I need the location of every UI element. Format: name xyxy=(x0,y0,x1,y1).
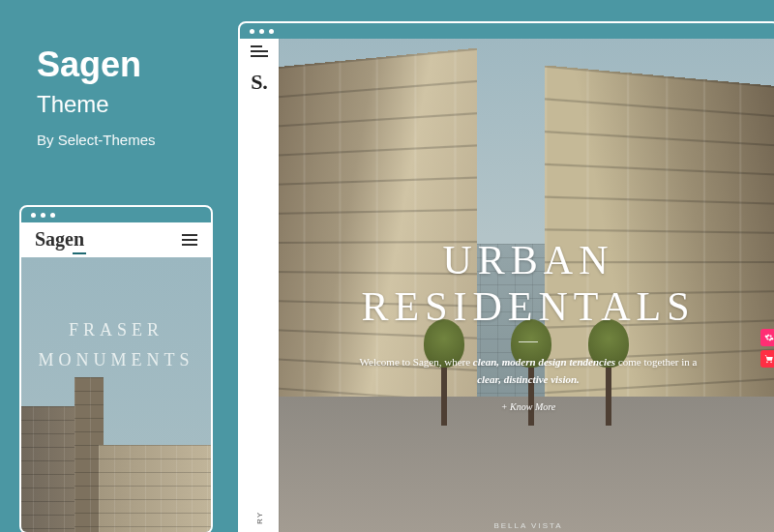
hero-content: URBAN RESIDENTALS Welcome to Sagen, wher… xyxy=(279,237,774,412)
window-dot xyxy=(50,213,55,218)
mobile-preview-frame: Sagen FRASER MONUMENTS xyxy=(19,205,213,532)
desktop-hero: URBAN RESIDENTALS Welcome to Sagen, wher… xyxy=(279,39,774,532)
hero-sub-em1: clean, modern design tendencies xyxy=(473,356,615,368)
hero-title: URBAN RESIDENTALS xyxy=(279,237,774,330)
mobile-window-chrome xyxy=(21,207,211,222)
mobile-brand-logo[interactable]: Sagen xyxy=(35,228,84,251)
nav-item-center[interactable]: BELLA VISTA xyxy=(493,521,562,530)
know-more-link[interactable]: + Know More xyxy=(279,401,774,412)
window-dot xyxy=(31,213,36,218)
product-byline: By Select-Themes xyxy=(37,132,156,148)
hero-separator xyxy=(519,341,538,342)
cart-icon xyxy=(764,354,774,364)
hero-bottom-nav: BELLA VISTA xyxy=(279,521,774,530)
window-dot xyxy=(259,29,264,34)
mobile-topbar: Sagen xyxy=(21,222,211,257)
hero-sub-b: come together in a xyxy=(615,356,697,368)
site-logo[interactable]: S. xyxy=(251,70,268,95)
settings-tab[interactable] xyxy=(760,329,774,346)
hero-subtitle: Welcome to Sagen, where clean, modern de… xyxy=(354,354,702,388)
hero-sub-em2: clear, distinctive vision. xyxy=(477,373,580,385)
hamburger-icon[interactable] xyxy=(182,239,197,241)
product-subtitle: Theme xyxy=(37,91,156,118)
product-header: Sagen Theme By Select-Themes xyxy=(37,44,156,148)
window-dot xyxy=(41,213,45,218)
desktop-window-chrome xyxy=(240,23,774,39)
product-title: Sagen xyxy=(37,44,156,85)
cog-icon xyxy=(764,333,774,342)
mobile-hero: FRASER MONUMENTS xyxy=(21,257,211,532)
menu-icon[interactable] xyxy=(251,50,268,52)
window-dot xyxy=(269,29,274,34)
desktop-sidebar: S. RY xyxy=(240,39,279,532)
hero-sub-a: Welcome to Sagen, where xyxy=(360,356,473,368)
mobile-hero-line2: MONUMENTS xyxy=(21,345,211,375)
cart-tab[interactable] xyxy=(760,350,774,368)
side-action-tabs xyxy=(760,329,774,368)
window-dot xyxy=(250,29,254,34)
building-graphic xyxy=(99,445,211,532)
desktop-preview-frame: S. RY URBAN RESIDENTALS Welcome to Sagen… xyxy=(238,21,774,532)
mobile-hero-line1: FRASER xyxy=(21,315,211,345)
sidebar-vertical-label: RY xyxy=(255,512,264,524)
mobile-hero-title: FRASER MONUMENTS xyxy=(21,315,211,374)
desktop-body: S. RY URBAN RESIDENTALS Welcome to Sagen… xyxy=(240,39,774,532)
